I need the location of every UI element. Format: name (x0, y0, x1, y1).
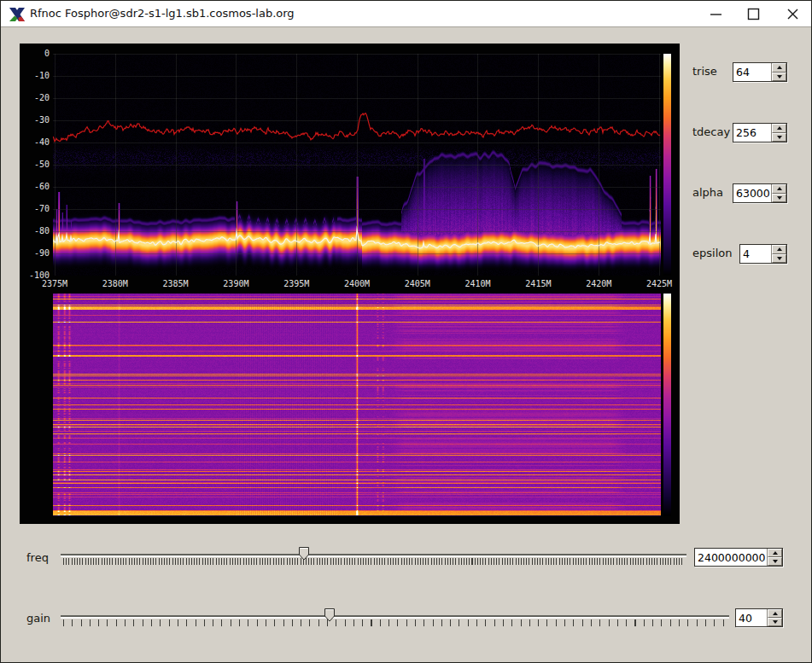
slider-value-gain: 40 (736, 609, 767, 626)
minimize-button[interactable] (709, 7, 723, 21)
param-value-trise: 64 (733, 63, 771, 81)
param-label-tdecay: tdecay (692, 125, 730, 138)
titlebar: Rfnoc Fosphor@sdr2-s1-lg1.sb1.cosmos-lab… (1, 1, 811, 27)
db-tick-label: -90 (20, 248, 50, 258)
db-tick-label: -40 (20, 137, 50, 147)
spectrum-colorbar (663, 54, 671, 276)
freq-tick-label: 2385M (163, 279, 189, 288)
freq-tick-label: 2400M (344, 279, 370, 288)
param-spinbox-epsilon[interactable]: 4 (739, 244, 787, 264)
freq-tick-label: 2410M (465, 279, 491, 288)
spin-down-button[interactable] (772, 254, 786, 264)
param-label-trise: trise (692, 65, 717, 78)
freq-tick-label: 2380M (102, 279, 128, 288)
db-axis: 0-10-20-30-40-50-60-70-80-90-100 (20, 44, 50, 334)
spin-up-button[interactable] (768, 609, 782, 618)
db-tick-label: -30 (20, 115, 50, 125)
spectrum-histogram-canvas (53, 54, 661, 276)
param-value-alpha: 63000 (733, 184, 771, 202)
slider-groove-freq[interactable] (61, 554, 686, 557)
slider-spinbox-gain[interactable]: 40 (735, 608, 783, 627)
db-tick-label: -50 (20, 160, 50, 169)
db-tick-label: -10 (20, 71, 50, 80)
freq-tick-label: 2420M (586, 279, 611, 288)
spin-up-button[interactable] (772, 63, 786, 73)
db-tick-label: -20 (20, 93, 50, 102)
db-tick-label: 0 (20, 49, 50, 58)
slider-value-freq: 2400000000 (695, 549, 767, 566)
freq-tick-label: 2405M (405, 279, 430, 288)
param-value-epsilon: 4 (740, 245, 771, 263)
slider-label-gain: gain (26, 612, 50, 625)
freq-tick-label: 2395M (283, 279, 309, 288)
window-title: Rfnoc Fosphor@sdr2-s1-lg1.sb1.cosmos-lab… (30, 7, 295, 20)
maximize-button[interactable] (746, 7, 761, 21)
waterfall-canvas (53, 294, 661, 516)
db-tick-label: -80 (20, 226, 50, 236)
spin-up-button[interactable] (772, 184, 786, 194)
waterfall-colorbar (663, 294, 671, 516)
db-tick-label: -60 (20, 182, 50, 191)
freq-tick-label: 2390M (223, 279, 248, 288)
param-spinbox-alpha[interactable]: 63000 (733, 183, 787, 203)
spin-down-button[interactable] (768, 557, 782, 566)
param-spinbox-trise[interactable]: 64 (733, 62, 787, 82)
freq-tick-label: 2425M (646, 279, 672, 288)
spin-down-button[interactable] (772, 133, 786, 142)
param-label-epsilon: epsilon (692, 247, 732, 259)
spin-up-button[interactable] (772, 245, 786, 254)
slider-ticks-freq (63, 558, 684, 565)
spin-down-button[interactable] (772, 194, 786, 203)
spin-up-button[interactable] (768, 549, 782, 557)
spin-down-button[interactable] (768, 618, 782, 626)
x11-logo-icon (8, 5, 26, 24)
db-tick-label: -70 (20, 204, 50, 213)
slider-spinbox-freq[interactable]: 2400000000 (694, 548, 783, 567)
slider-ticks-gain (63, 619, 727, 626)
close-button[interactable] (786, 7, 800, 21)
freq-tick-label: 2375M (42, 279, 67, 288)
app-window: Rfnoc Fosphor@sdr2-s1-lg1.sb1.cosmos-lab… (0, 0, 812, 663)
slider-handle-gain[interactable] (324, 608, 335, 622)
freq-tick-label: 2415M (525, 279, 551, 288)
spin-up-button[interactable] (772, 124, 786, 133)
spin-down-button[interactable] (772, 73, 786, 82)
fosphor-panel: 0-10-20-30-40-50-60-70-80-90-100 2375M23… (20, 44, 680, 524)
slider-handle-freq[interactable] (299, 547, 309, 561)
slider-label-freq: freq (26, 551, 49, 564)
param-label-alpha: alpha (692, 186, 723, 199)
param-value-tdecay: 256 (733, 124, 771, 142)
param-spinbox-tdecay[interactable]: 256 (733, 123, 787, 142)
slider-groove-gain[interactable] (61, 615, 729, 619)
